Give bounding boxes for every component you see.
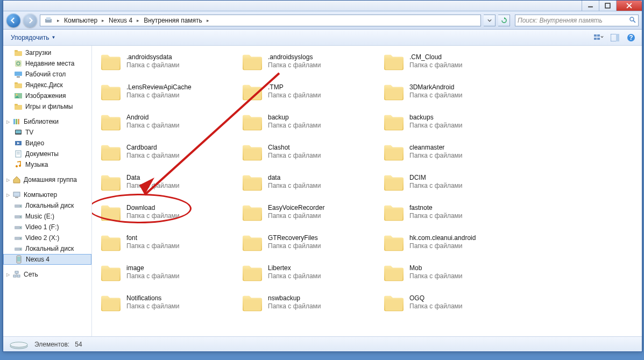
- folder-item[interactable]: dataПапка с файлами: [240, 171, 377, 193]
- folder-item[interactable]: DownloadПапка с файлами: [98, 201, 236, 223]
- svg-point-44: [20, 216, 21, 217]
- sidebar-item[interactable]: TV: [3, 127, 91, 138]
- chevron-right-icon[interactable]: ▸: [135, 18, 141, 23]
- folder-type: Папка с файлами: [409, 122, 463, 130]
- folder-item[interactable]: NotificationsПапка с файлами: [98, 291, 236, 314]
- folder-type: Папка с файлами: [126, 152, 180, 160]
- folder-item[interactable]: backupsПапка с файлами: [381, 110, 519, 133]
- folder-name: Cardboard: [126, 144, 180, 152]
- chevron-right-icon[interactable]: ▸: [205, 18, 211, 23]
- folder-item[interactable]: OGQПапка с файлами: [381, 291, 519, 314]
- breadcrumb-seg-0[interactable]: Компьютер: [61, 17, 100, 24]
- refresh-button[interactable]: [498, 15, 510, 26]
- folder-name: DCIM: [409, 174, 463, 182]
- view-options-button[interactable]: [592, 32, 605, 44]
- folder-item[interactable]: hk.com.cleanui.androidПапка с файлами: [381, 231, 519, 253]
- folder-item[interactable]: ClashotПапка с файлами: [240, 140, 377, 163]
- folder-type: Папка с файлами: [268, 91, 321, 100]
- folder-item[interactable]: backupПапка с файлами: [240, 110, 377, 133]
- sidebar-item-label: Недавние места: [25, 60, 74, 67]
- sidebar-item-label: Рабочий стол: [25, 70, 66, 78]
- sidebar-item[interactable]: Рабочий стол: [3, 69, 91, 80]
- svg-rect-26: [15, 105, 22, 110]
- folder-grid: .androidsysdataПапка с файлами.androidsy…: [98, 50, 635, 314]
- sidebar-item[interactable]: Видео: [3, 138, 91, 149]
- svg-rect-39: [13, 192, 20, 196]
- folder-item[interactable]: .CM_CloudПапка с файлами: [381, 50, 519, 73]
- forward-button[interactable]: [23, 13, 37, 27]
- folder-item[interactable]: 3DMarkAndroidПапка с файлами: [381, 80, 519, 103]
- sidebar-group-homegroup[interactable]: ▷Домашняя группа: [3, 174, 91, 185]
- svg-rect-29: [16, 119, 17, 124]
- folder-item[interactable]: nswbackupПапка с файлами: [240, 291, 377, 314]
- svg-rect-9: [597, 34, 600, 37]
- sidebar-item[interactable]: Документы: [3, 149, 91, 159]
- search-input[interactable]: Поиск: Внутренняя память: [515, 15, 639, 26]
- folder-type: Папка с файлами: [409, 61, 463, 69]
- sidebar-item-label: Музыка: [25, 161, 48, 168]
- folder-item[interactable]: fastnoteПапка с файлами: [381, 201, 519, 223]
- help-button[interactable]: ?: [625, 32, 638, 44]
- folder-item[interactable]: AndroidПапка с файлами: [98, 110, 236, 133]
- minimize-button[interactable]: [582, 1, 599, 11]
- svg-rect-21: [17, 76, 20, 77]
- folder-item[interactable]: CardboardПапка с файлами: [98, 140, 236, 163]
- content-area[interactable]: .androidsysdataПапка с файлами.androidsy…: [92, 46, 642, 336]
- folder-item[interactable]: .LensReviewApiCacheПапка с файлами: [98, 80, 236, 103]
- folder-item[interactable]: GTRecoveryFilesПапка с файлами: [240, 231, 377, 253]
- folder-item[interactable]: .androidsyslogsПапка с файлами: [240, 50, 377, 73]
- address-dropdown[interactable]: [484, 15, 496, 26]
- sidebar[interactable]: ЗагрузкиНедавние местаРабочий столЯндекс…: [3, 46, 92, 336]
- close-button[interactable]: [616, 1, 642, 11]
- breadcrumb-seg-2[interactable]: Внутренняя память: [141, 17, 205, 24]
- chevron-right-icon[interactable]: ▸: [100, 18, 106, 23]
- sidebar-item[interactable]: Music (E:): [3, 211, 91, 222]
- folder-item[interactable]: DataПапка с файлами: [98, 171, 236, 193]
- folder-item[interactable]: LibertexПапка с файлами: [240, 261, 377, 284]
- preview-pane-button[interactable]: [608, 32, 621, 44]
- sidebar-group-network[interactable]: ▷Сеть: [3, 269, 91, 280]
- folder-item[interactable]: DCIMПапка с файлами: [381, 171, 519, 193]
- sidebar-item[interactable]: Локальный диск: [3, 200, 91, 211]
- folder-item[interactable]: .androidsysdataПапка с файлами: [98, 50, 236, 73]
- address-bar[interactable]: ▸ Компьютер ▸ Nexus 4 ▸ Внутренняя памят…: [40, 15, 481, 26]
- svg-point-46: [20, 227, 21, 228]
- sidebar-item[interactable]: Игры и фильмы: [3, 101, 91, 112]
- svg-rect-32: [16, 130, 21, 133]
- navbar: ▸ Компьютер ▸ Nexus 4 ▸ Внутренняя памят…: [3, 11, 642, 30]
- maximize-button[interactable]: [599, 1, 616, 11]
- sidebar-item[interactable]: Nexus 4: [3, 254, 91, 265]
- sidebar-item[interactable]: Video 2 (X:): [3, 232, 91, 243]
- folder-name: backups: [409, 114, 463, 122]
- sidebar-item[interactable]: Недавние места: [3, 58, 91, 69]
- folder-item[interactable]: imageПапка с файлами: [98, 261, 236, 284]
- svg-rect-23: [15, 82, 18, 84]
- folder-item[interactable]: EasyVoiceRecorderПапка с файлами: [240, 201, 377, 223]
- folder-item[interactable]: MobПапка с файлами: [381, 261, 519, 284]
- folder-item[interactable]: fontПапка с файлами: [98, 231, 236, 253]
- breadcrumb-root-icon[interactable]: [41, 16, 55, 25]
- svg-text:?: ?: [629, 34, 633, 41]
- sidebar-item[interactable]: Изображения: [3, 90, 91, 101]
- folder-name: Libertex: [268, 264, 321, 272]
- svg-point-37: [16, 165, 18, 167]
- folder-name: .androidsysdata: [126, 53, 180, 61]
- sidebar-group-computer[interactable]: ▷Компьютер: [3, 189, 91, 200]
- folder-type: Папка с файлами: [268, 242, 321, 250]
- folder-type: Папка с файлами: [126, 242, 180, 250]
- folder-type: Папка с файлами: [409, 152, 463, 160]
- chevron-right-icon[interactable]: ▸: [55, 18, 61, 23]
- organize-menu[interactable]: Упорядочить ▼: [8, 32, 63, 43]
- sidebar-item[interactable]: Video 1 (F:): [3, 222, 91, 232]
- folder-item[interactable]: .TMPПапка с файлами: [240, 80, 377, 103]
- breadcrumb-seg-1[interactable]: Nexus 4: [106, 17, 135, 24]
- sidebar-item-label: Игры и фильмы: [25, 103, 73, 110]
- back-button[interactable]: [6, 13, 20, 27]
- sidebar-item[interactable]: Локальный диск: [3, 243, 91, 254]
- sidebar-item[interactable]: Яндекс.Диск: [3, 80, 91, 90]
- folder-item[interactable]: cleanmasterПапка с файлами: [381, 140, 519, 163]
- sidebar-item[interactable]: Музыка: [3, 159, 91, 170]
- svg-point-60: [10, 342, 27, 348]
- sidebar-item[interactable]: Загрузки: [3, 47, 91, 58]
- sidebar-group-libraries[interactable]: ▷Библиотеки: [3, 116, 91, 127]
